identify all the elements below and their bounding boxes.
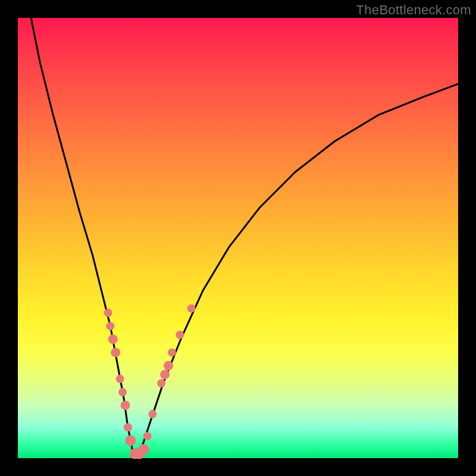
watermark-text: TheBottleneck.com (356, 2, 471, 18)
sample-point (124, 423, 132, 431)
outer-frame: TheBottleneck.com (0, 0, 476, 476)
sample-point (176, 331, 184, 339)
sample-point (108, 334, 118, 344)
sample-point (160, 369, 170, 379)
sample-point (157, 379, 165, 387)
sample-point (104, 309, 112, 317)
sample-point (121, 400, 130, 410)
plot-area (18, 18, 458, 458)
bottleneck-curve (31, 18, 458, 458)
sample-point (164, 361, 173, 371)
chart-svg (18, 18, 458, 458)
sample-point (148, 410, 156, 418)
sample-point (187, 304, 196, 312)
sample-point (116, 375, 124, 383)
sample-point (118, 388, 127, 396)
curve-layer (31, 18, 458, 458)
marker-layer (104, 304, 196, 459)
sample-point (143, 432, 152, 440)
sample-point (168, 348, 176, 356)
sample-point (125, 435, 136, 446)
sample-point (106, 322, 114, 330)
sample-point (111, 347, 120, 357)
sample-point (139, 444, 149, 455)
